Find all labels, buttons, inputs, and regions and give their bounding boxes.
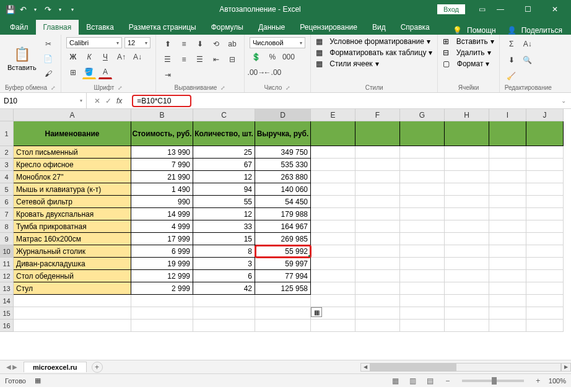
qty-cell[interactable]: 8 [193, 245, 255, 258]
normal-view-button[interactable]: ▦ [389, 375, 403, 386]
row-header-8[interactable]: 8 [0, 220, 14, 233]
price-cell[interactable]: 1 490 [131, 183, 193, 196]
qty-cell[interactable]: 15 [193, 233, 255, 245]
minimize-button[interactable]: — [488, 0, 513, 19]
zoom-level[interactable]: 100% [549, 377, 566, 385]
tab-help[interactable]: Справка [393, 20, 437, 35]
header-cell[interactable]: Выручка, руб. [255, 121, 311, 146]
font-dialog-icon[interactable]: ⤢ [118, 85, 123, 91]
qty-cell[interactable]: 42 [193, 282, 255, 295]
qty-cell[interactable]: 3 [193, 258, 255, 270]
zoom-in-button[interactable]: + [531, 375, 545, 386]
price-cell[interactable]: 19 999 [131, 258, 193, 270]
zoom-slider[interactable] [462, 380, 524, 382]
row-header-12[interactable]: 12 [0, 270, 14, 282]
align-top-button[interactable]: ⬆ [161, 37, 175, 51]
row-header-5[interactable]: 5 [0, 183, 14, 196]
qty-cell[interactable]: 25 [193, 146, 255, 159]
increase-font-button[interactable]: A↑ [115, 50, 128, 64]
redo-icon[interactable]: ↷ [42, 4, 53, 15]
font-color-button[interactable]: A [98, 66, 112, 79]
increase-indent-button[interactable]: ⇥ [161, 68, 175, 82]
revenue-cell[interactable]: 164 967 [255, 220, 311, 233]
tab-formulas[interactable]: Формулы [204, 20, 251, 35]
qty-cell[interactable]: 12 [193, 208, 255, 220]
paste-button[interactable]: 📋 Вставить [5, 45, 39, 72]
revenue-cell[interactable]: 77 994 [255, 270, 311, 282]
col-header-J[interactable]: J [526, 109, 564, 121]
sheet-nav-next-icon[interactable]: ▶ [12, 364, 17, 370]
cell-styles-button[interactable]: ▦ Стили ячеек▾ [316, 59, 432, 68]
price-cell[interactable]: 17 999 [131, 233, 193, 245]
format-cells-button[interactable]: ▢ Формат▾ [443, 59, 494, 68]
col-header-B[interactable]: B [131, 109, 193, 121]
align-center-button[interactable]: ≡ [177, 53, 191, 66]
price-cell[interactable]: 14 999 [131, 208, 193, 220]
revenue-cell[interactable]: 269 985 [255, 233, 311, 245]
macro-record-icon[interactable]: ▦ [35, 377, 41, 385]
tab-insert[interactable]: Вставка [79, 20, 121, 35]
name-cell[interactable]: Стол письменный [14, 146, 131, 159]
header-cell[interactable]: Наименование [14, 121, 131, 146]
row-header-1[interactable]: 1 [0, 121, 14, 146]
col-header-C[interactable]: C [193, 109, 255, 121]
hscroll-left-icon[interactable]: ◀ [360, 363, 370, 372]
italic-button[interactable]: К [82, 50, 96, 64]
format-as-table-button[interactable]: ▦ Форматировать как таблицу▾ [316, 48, 432, 57]
revenue-cell[interactable]: 535 330 [255, 159, 311, 171]
name-cell[interactable]: Стол обеденный [14, 270, 131, 282]
revenue-cell[interactable]: 59 997 [255, 258, 311, 270]
qty-cell[interactable]: 67 [193, 159, 255, 171]
revenue-cell[interactable]: 140 060 [255, 183, 311, 196]
decrease-font-button[interactable]: A↓ [131, 50, 144, 64]
qty-cell[interactable]: 33 [193, 220, 255, 233]
tab-file[interactable]: Файл [2, 20, 36, 35]
price-cell[interactable]: 4 999 [131, 220, 193, 233]
orientation-button[interactable]: ⟲ [209, 37, 223, 51]
autosum-button[interactable]: Σ [505, 37, 518, 51]
namebox-dd-icon[interactable]: ▾ [80, 98, 82, 103]
undo-icon[interactable]: ↶ [17, 4, 28, 15]
increase-decimal-button[interactable]: .00→ [250, 66, 263, 79]
price-cell[interactable]: 6 999 [131, 245, 193, 258]
clear-button[interactable]: 🧹 [505, 69, 518, 83]
price-cell[interactable]: 2 999 [131, 282, 193, 295]
row-header-11[interactable]: 11 [0, 258, 14, 270]
tell-me-icon[interactable]: 💡 [453, 26, 462, 35]
qty-cell[interactable]: 55 [193, 196, 255, 208]
align-middle-button[interactable]: ≡ [177, 37, 191, 51]
name-cell[interactable]: Тумба прикроватная [14, 220, 131, 233]
revenue-cell[interactable]: 125 958 [255, 282, 311, 295]
name-cell[interactable]: Мышь и клавиатура (к-т) [14, 183, 131, 196]
row-header-7[interactable]: 7 [0, 208, 14, 220]
borders-button[interactable]: ⊞ [66, 66, 80, 79]
qty-cell[interactable]: 6 [193, 270, 255, 282]
row-header-3[interactable]: 3 [0, 159, 14, 171]
price-cell[interactable]: 12 999 [131, 270, 193, 282]
bold-button[interactable]: Ж [66, 50, 80, 64]
col-header-H[interactable]: H [445, 109, 489, 121]
qty-cell[interactable]: 94 [193, 183, 255, 196]
tab-review[interactable]: Рецензирование [292, 20, 365, 35]
col-header-G[interactable]: G [400, 109, 445, 121]
share-label[interactable]: Поделиться [521, 26, 562, 35]
align-bottom-button[interactable]: ⬇ [193, 37, 207, 51]
revenue-cell[interactable]: 55 992 [255, 245, 311, 258]
copy-button[interactable]: 📄 [41, 52, 55, 66]
row-header-2[interactable]: 2 [0, 146, 14, 159]
row-header-4[interactable]: 4 [0, 171, 14, 183]
expand-formula-bar-icon[interactable]: ⌄ [556, 97, 571, 104]
revenue-cell[interactable]: 179 988 [255, 208, 311, 220]
decrease-decimal-button[interactable]: ←.00 [266, 66, 279, 79]
formula-input[interactable] [137, 97, 186, 105]
align-right-button[interactable]: ☰ [193, 53, 207, 66]
select-all-corner[interactable] [0, 109, 14, 121]
decrease-indent-button[interactable]: ⇤ [209, 53, 223, 66]
name-cell[interactable]: Кровать двухспальная [14, 208, 131, 220]
delete-cells-button[interactable]: ⊟ Удалить▾ [443, 48, 494, 57]
col-header-E[interactable]: E [311, 109, 355, 121]
fill-color-button[interactable]: 🪣 [82, 66, 96, 79]
cancel-formula-icon[interactable]: ✕ [94, 97, 100, 105]
sort-filter-button[interactable]: A↓ [521, 37, 534, 51]
row-header-6[interactable]: 6 [0, 196, 14, 208]
